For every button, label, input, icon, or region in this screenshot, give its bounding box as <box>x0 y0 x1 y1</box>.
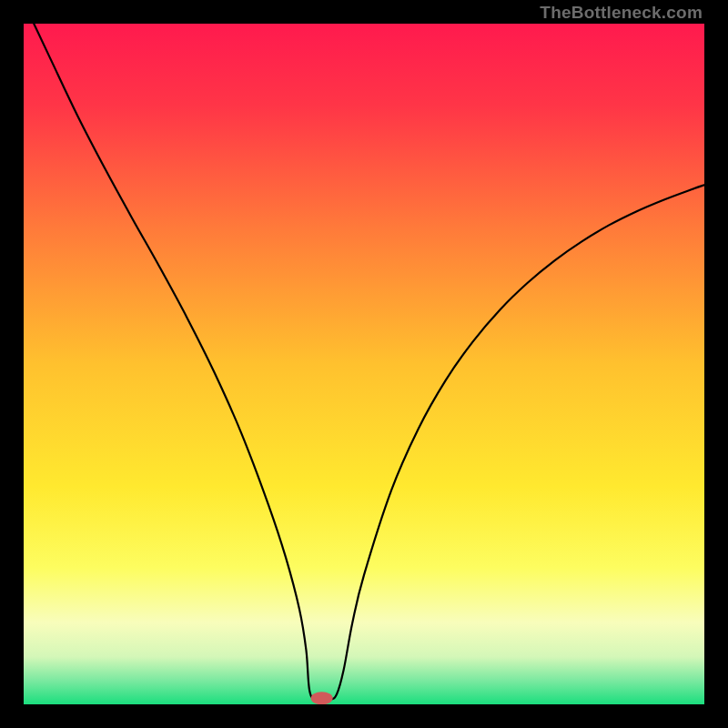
plot-area <box>24 24 704 704</box>
chart-frame: TheBottleneck.com <box>0 0 728 728</box>
gradient-background <box>24 24 704 704</box>
min-marker <box>311 692 333 704</box>
bottleneck-chart <box>24 24 704 704</box>
watermark-text: TheBottleneck.com <box>540 4 703 21</box>
